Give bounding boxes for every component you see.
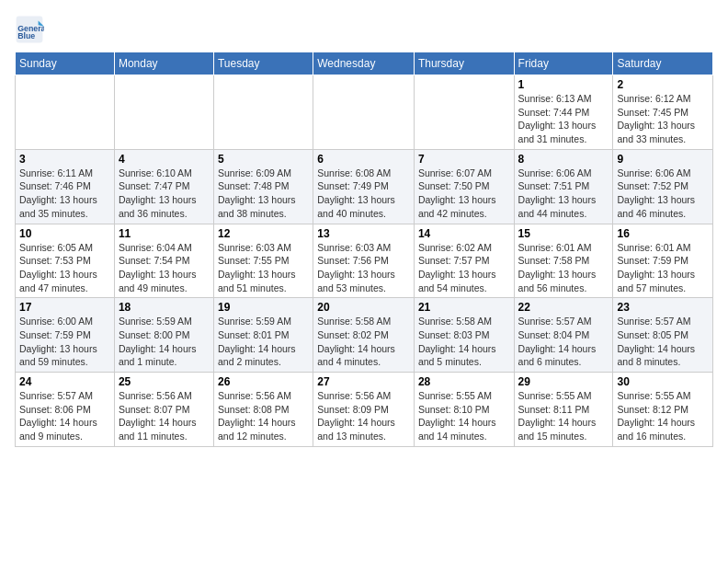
day-number: 26	[218, 375, 309, 388]
day-number: 5	[218, 153, 309, 166]
calendar-cell: 30Sunrise: 5:55 AM Sunset: 8:12 PM Dayli…	[613, 373, 713, 447]
cell-content: Sunrise: 6:00 AM Sunset: 7:59 PM Dayligh…	[19, 315, 110, 369]
cell-content: Sunrise: 5:59 AM Sunset: 8:00 PM Dayligh…	[119, 315, 210, 369]
cell-content: Sunrise: 6:12 AM Sunset: 7:45 PM Dayligh…	[617, 92, 709, 146]
day-number: 9	[617, 153, 709, 166]
day-number: 11	[119, 227, 210, 240]
cell-content: Sunrise: 6:04 AM Sunset: 7:54 PM Dayligh…	[119, 241, 210, 295]
cell-content: Sunrise: 5:55 AM Sunset: 8:10 PM Dayligh…	[418, 389, 510, 443]
calendar-cell	[414, 75, 514, 150]
day-number: 10	[19, 227, 110, 240]
calendar-cell: 23Sunrise: 5:57 AM Sunset: 8:05 PM Dayli…	[613, 298, 713, 373]
calendar-cell: 21Sunrise: 5:58 AM Sunset: 8:03 PM Dayli…	[414, 298, 514, 373]
calendar-cell: 15Sunrise: 6:01 AM Sunset: 7:58 PM Dayli…	[514, 224, 613, 298]
week-row-1: 1Sunrise: 6:13 AM Sunset: 7:44 PM Daylig…	[16, 75, 713, 150]
day-number: 25	[119, 375, 210, 388]
cell-content: Sunrise: 6:10 AM Sunset: 7:47 PM Dayligh…	[119, 167, 210, 221]
day-number: 30	[617, 375, 709, 388]
day-number: 20	[317, 301, 410, 314]
cell-content: Sunrise: 5:57 AM Sunset: 8:05 PM Dayligh…	[617, 315, 709, 369]
cell-content: Sunrise: 5:56 AM Sunset: 8:08 PM Dayligh…	[218, 389, 309, 443]
calendar-cell: 25Sunrise: 5:56 AM Sunset: 8:07 PM Dayli…	[114, 373, 213, 447]
day-number: 13	[317, 227, 410, 240]
calendar-cell: 13Sunrise: 6:03 AM Sunset: 7:56 PM Dayli…	[313, 224, 415, 298]
col-header-tuesday: Tuesday	[213, 52, 313, 75]
col-header-sunday: Sunday	[16, 52, 115, 75]
cell-content: Sunrise: 6:01 AM Sunset: 7:58 PM Dayligh…	[518, 241, 609, 295]
calendar-cell: 7Sunrise: 6:07 AM Sunset: 7:50 PM Daylig…	[414, 149, 514, 224]
cell-content: Sunrise: 6:06 AM Sunset: 7:52 PM Dayligh…	[617, 167, 709, 221]
col-header-saturday: Saturday	[613, 52, 713, 75]
calendar-cell: 1Sunrise: 6:13 AM Sunset: 7:44 PM Daylig…	[514, 75, 613, 150]
calendar-cell: 10Sunrise: 6:05 AM Sunset: 7:53 PM Dayli…	[16, 224, 115, 298]
calendar-cell: 27Sunrise: 5:56 AM Sunset: 8:09 PM Dayli…	[313, 373, 415, 447]
calendar-cell: 4Sunrise: 6:10 AM Sunset: 7:47 PM Daylig…	[114, 149, 213, 224]
calendar-cell	[114, 75, 213, 150]
week-row-4: 17Sunrise: 6:00 AM Sunset: 7:59 PM Dayli…	[16, 298, 713, 373]
cell-content: Sunrise: 5:57 AM Sunset: 8:04 PM Dayligh…	[518, 315, 609, 369]
calendar-cell: 16Sunrise: 6:01 AM Sunset: 7:59 PM Dayli…	[613, 224, 713, 298]
col-header-thursday: Thursday	[414, 52, 514, 75]
day-number: 3	[19, 153, 110, 166]
day-number: 4	[119, 153, 210, 166]
cell-content: Sunrise: 6:11 AM Sunset: 7:46 PM Dayligh…	[19, 167, 110, 221]
calendar-cell	[16, 75, 115, 150]
col-header-monday: Monday	[114, 52, 213, 75]
day-number: 24	[19, 375, 110, 388]
day-number: 7	[418, 153, 510, 166]
day-number: 23	[617, 301, 709, 314]
logo-icon: General Blue	[15, 15, 44, 44]
calendar-cell: 11Sunrise: 6:04 AM Sunset: 7:54 PM Dayli…	[114, 224, 213, 298]
day-number: 27	[317, 375, 410, 388]
calendar-cell: 19Sunrise: 5:59 AM Sunset: 8:01 PM Dayli…	[213, 298, 313, 373]
cell-content: Sunrise: 5:58 AM Sunset: 8:02 PM Dayligh…	[317, 315, 410, 369]
cell-content: Sunrise: 6:05 AM Sunset: 7:53 PM Dayligh…	[19, 241, 110, 295]
day-number: 22	[518, 301, 609, 314]
week-row-2: 3Sunrise: 6:11 AM Sunset: 7:46 PM Daylig…	[16, 149, 713, 224]
cell-content: Sunrise: 6:13 AM Sunset: 7:44 PM Dayligh…	[518, 92, 609, 146]
calendar-cell: 5Sunrise: 6:09 AM Sunset: 7:48 PM Daylig…	[213, 149, 313, 224]
calendar-table: SundayMondayTuesdayWednesdayThursdayFrid…	[15, 52, 713, 447]
cell-content: Sunrise: 6:02 AM Sunset: 7:57 PM Dayligh…	[418, 241, 510, 295]
calendar-cell: 3Sunrise: 6:11 AM Sunset: 7:46 PM Daylig…	[16, 149, 115, 224]
svg-text:Blue: Blue	[17, 31, 35, 40]
page-header: General Blue	[15, 15, 713, 44]
calendar-cell: 2Sunrise: 6:12 AM Sunset: 7:45 PM Daylig…	[613, 75, 713, 150]
cell-content: Sunrise: 6:06 AM Sunset: 7:51 PM Dayligh…	[518, 167, 609, 221]
calendar-cell: 12Sunrise: 6:03 AM Sunset: 7:55 PM Dayli…	[213, 224, 313, 298]
cell-content: Sunrise: 6:03 AM Sunset: 7:55 PM Dayligh…	[218, 241, 309, 295]
day-number: 17	[19, 301, 110, 314]
week-row-3: 10Sunrise: 6:05 AM Sunset: 7:53 PM Dayli…	[16, 224, 713, 298]
calendar-cell: 17Sunrise: 6:00 AM Sunset: 7:59 PM Dayli…	[16, 298, 115, 373]
day-number: 6	[317, 153, 410, 166]
col-header-friday: Friday	[514, 52, 613, 75]
day-number: 16	[617, 227, 709, 240]
header-row: SundayMondayTuesdayWednesdayThursdayFrid…	[16, 52, 713, 75]
cell-content: Sunrise: 5:58 AM Sunset: 8:03 PM Dayligh…	[418, 315, 510, 369]
day-number: 15	[518, 227, 609, 240]
logo: General Blue	[15, 15, 48, 44]
calendar-cell: 9Sunrise: 6:06 AM Sunset: 7:52 PM Daylig…	[613, 149, 713, 224]
calendar-cell: 26Sunrise: 5:56 AM Sunset: 8:08 PM Dayli…	[213, 373, 313, 447]
cell-content: Sunrise: 6:01 AM Sunset: 7:59 PM Dayligh…	[617, 241, 709, 295]
cell-content: Sunrise: 6:07 AM Sunset: 7:50 PM Dayligh…	[418, 167, 510, 221]
cell-content: Sunrise: 5:55 AM Sunset: 8:12 PM Dayligh…	[617, 389, 709, 443]
calendar-cell: 6Sunrise: 6:08 AM Sunset: 7:49 PM Daylig…	[313, 149, 415, 224]
calendar-cell: 20Sunrise: 5:58 AM Sunset: 8:02 PM Dayli…	[313, 298, 415, 373]
day-number: 12	[218, 227, 309, 240]
cell-content: Sunrise: 5:59 AM Sunset: 8:01 PM Dayligh…	[218, 315, 309, 369]
day-number: 18	[119, 301, 210, 314]
cell-content: Sunrise: 6:09 AM Sunset: 7:48 PM Dayligh…	[218, 167, 309, 221]
day-number: 21	[418, 301, 510, 314]
week-row-5: 24Sunrise: 5:57 AM Sunset: 8:06 PM Dayli…	[16, 373, 713, 447]
day-number: 19	[218, 301, 309, 314]
cell-content: Sunrise: 5:56 AM Sunset: 8:09 PM Dayligh…	[317, 389, 410, 443]
cell-content: Sunrise: 5:55 AM Sunset: 8:11 PM Dayligh…	[518, 389, 609, 443]
cell-content: Sunrise: 6:03 AM Sunset: 7:56 PM Dayligh…	[317, 241, 410, 295]
day-number: 14	[418, 227, 510, 240]
calendar-cell: 22Sunrise: 5:57 AM Sunset: 8:04 PM Dayli…	[514, 298, 613, 373]
day-number: 28	[418, 375, 510, 388]
calendar-cell	[213, 75, 313, 150]
day-number: 2	[617, 78, 709, 91]
calendar-cell: 24Sunrise: 5:57 AM Sunset: 8:06 PM Dayli…	[16, 373, 115, 447]
